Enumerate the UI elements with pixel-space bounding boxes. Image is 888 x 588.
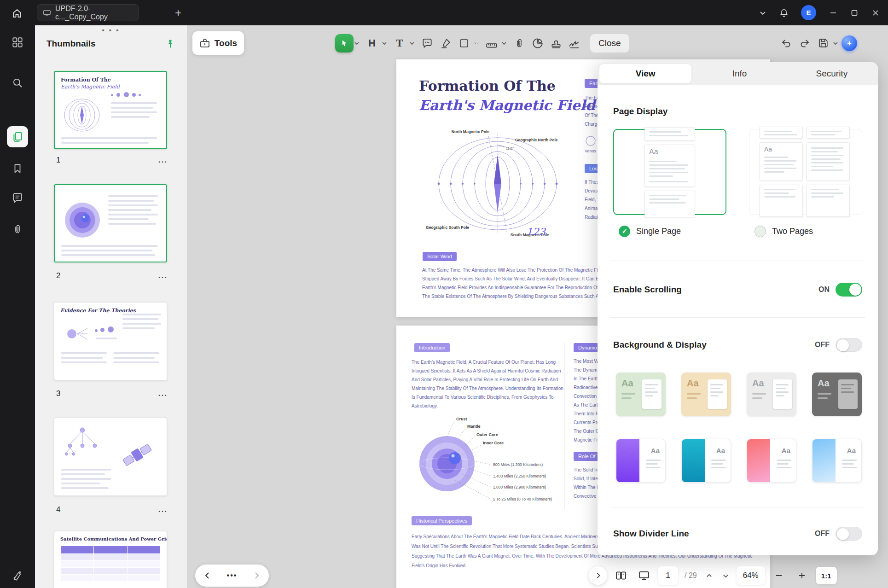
presentation-button[interactable] <box>635 566 653 585</box>
notification-bell-button[interactable] <box>773 0 795 25</box>
text-tool-button[interactable]: T <box>390 34 409 52</box>
tools-button[interactable]: Tools <box>192 31 244 55</box>
close-window-button[interactable] <box>865 0 886 25</box>
thumb4-number: 4 <box>56 505 60 514</box>
next-page-button[interactable] <box>720 566 732 585</box>
single-page-option[interactable]: ✓ Single Page <box>619 224 681 238</box>
thumb3-more-button[interactable]: ... <box>158 389 168 398</box>
select-tool-dropdown[interactable] <box>354 34 360 52</box>
thumb2-more-button[interactable]: ... <box>158 271 168 280</box>
zoom-out-button[interactable] <box>770 566 788 585</box>
maximize-button[interactable] <box>844 0 865 25</box>
bottom-controls: 1 / 29 64% 1:1 <box>589 565 837 587</box>
thumbnails-panel-button[interactable] <box>7 126 28 147</box>
show-divider-toggle[interactable] <box>836 527 862 541</box>
page-thumbnail-3[interactable]: Evidence For The Theories <box>54 302 167 380</box>
theme-sepia[interactable]: Aa <box>681 373 731 416</box>
cursor-icon <box>340 39 349 48</box>
heading-tool-button[interactable]: H <box>363 34 381 52</box>
expand-panel-button[interactable] <box>589 566 607 585</box>
theme-blue-cover[interactable]: Aa <box>812 439 862 483</box>
theme-teal-cover[interactable]: Aa <box>681 439 731 483</box>
ink-pen-button[interactable] <box>11 569 24 582</box>
tab-security[interactable]: Security <box>786 62 878 85</box>
attach-tool-button[interactable] <box>510 34 528 52</box>
save-dropdown[interactable] <box>832 34 839 52</box>
signature-icon <box>568 37 581 50</box>
measure-tool-button[interactable] <box>482 34 501 52</box>
home-button[interactable] <box>9 6 25 21</box>
bookmark-icon <box>12 163 23 174</box>
search-button[interactable] <box>11 76 24 90</box>
two-pages-option[interactable]: Two Pages <box>755 224 813 238</box>
undo-button[interactable] <box>777 34 795 52</box>
page-total-label: / 29 <box>685 571 697 580</box>
theme-light-gray[interactable]: Aa <box>747 373 796 416</box>
background-state-label: OFF <box>815 341 830 349</box>
close-toolbar-button[interactable]: Close <box>590 34 629 52</box>
actual-size-button[interactable]: 1:1 <box>816 567 837 584</box>
thumb2-number: 2 <box>56 271 60 280</box>
comments-button[interactable] <box>11 191 24 205</box>
svg-text:Outer Core: Outer Core <box>476 432 498 437</box>
measure-tool-dropdown[interactable] <box>501 34 507 52</box>
redo-button[interactable] <box>795 34 814 52</box>
theme-pink-cover[interactable]: Aa <box>747 439 796 483</box>
panel-tab-bar: View Info Security <box>598 62 878 85</box>
apps-grid-button[interactable] <box>11 35 24 49</box>
shapes-tool-button[interactable] <box>455 34 473 52</box>
highlighter-tool-button[interactable] <box>436 34 455 52</box>
signature-tool-button[interactable] <box>565 34 584 52</box>
background-display-toggle[interactable] <box>836 338 862 352</box>
zoom-level-control[interactable]: 64% <box>737 566 765 585</box>
minimize-button[interactable] <box>823 0 844 25</box>
titlebar-dropdown-button[interactable] <box>752 0 773 25</box>
page-number-input[interactable]: 1 <box>658 566 678 585</box>
shapes-tool-dropdown[interactable] <box>473 34 480 52</box>
pin-panel-button[interactable] <box>165 39 175 49</box>
text-tool-dropdown[interactable] <box>409 34 415 52</box>
page-thumbnail-5[interactable]: Satellite Communications And Power Grids <box>54 531 167 588</box>
select-tool-button[interactable] <box>335 34 354 52</box>
attachments-button[interactable] <box>11 222 24 236</box>
panel-drag-handle[interactable]: • • • <box>35 26 187 34</box>
two-pages-preview-card[interactable]: Aa <box>749 129 862 215</box>
previous-page-button[interactable] <box>703 566 715 585</box>
zoom-in-button[interactable] <box>793 566 811 585</box>
home-icon <box>12 8 23 19</box>
page-thumbnail-2[interactable] <box>54 184 167 262</box>
left-sidebar <box>0 25 35 588</box>
page-thumbnail-1[interactable]: Formation Of The Earth's Magnetic Field <box>54 71 167 149</box>
svg-text:Geographic North Pole: Geographic North Pole <box>515 138 558 142</box>
user-avatar[interactable]: E <box>801 5 816 20</box>
theme-green[interactable]: Aa <box>616 373 666 416</box>
nav-more-button[interactable]: ••• <box>223 566 241 585</box>
svg-text:Geographic South Pole: Geographic South Pole <box>426 225 469 230</box>
thumb1-field-diagram <box>62 98 102 133</box>
new-tab-button[interactable]: + <box>171 6 185 20</box>
save-button[interactable] <box>814 34 832 52</box>
single-page-preview-card[interactable]: Aa <box>613 129 726 215</box>
tab-info[interactable]: Info <box>693 62 785 85</box>
thumb4-more-button[interactable]: ... <box>158 505 168 514</box>
nav-forward-button[interactable] <box>247 566 266 585</box>
bookmarks-button[interactable] <box>11 162 24 175</box>
heading-tool-dropdown[interactable] <box>381 34 388 52</box>
page-thumbnail-4[interactable] <box>54 418 167 496</box>
svg-text:1,800 Miles (2,900 Kilometers): 1,800 Miles (2,900 Kilometers) <box>493 485 546 489</box>
theme-dark[interactable]: Aa <box>812 373 862 416</box>
nav-back-button[interactable] <box>198 566 217 585</box>
comment-tool-button[interactable] <box>418 34 436 52</box>
document-tab[interactable]: UPDF-2.0-c..._Copy_Copy <box>37 4 139 21</box>
page-layout-button[interactable] <box>612 566 630 585</box>
tab-view[interactable]: View <box>599 64 691 83</box>
stamp-icon <box>550 37 562 49</box>
thumb1-more-button[interactable]: ... <box>158 156 168 165</box>
sticker-tool-button[interactable] <box>528 34 547 52</box>
ai-assistant-button[interactable] <box>842 35 857 51</box>
theme-purple-cover[interactable]: Aa <box>616 439 666 483</box>
introduction-paragraph: The Earth's Magnetic Field, A Crucial Fe… <box>412 358 563 410</box>
enable-scrolling-toggle[interactable] <box>836 283 862 297</box>
view-settings-panel: View Info Security Page Display Aa Aa <box>598 62 878 555</box>
stamp-tool-button[interactable] <box>547 34 565 52</box>
